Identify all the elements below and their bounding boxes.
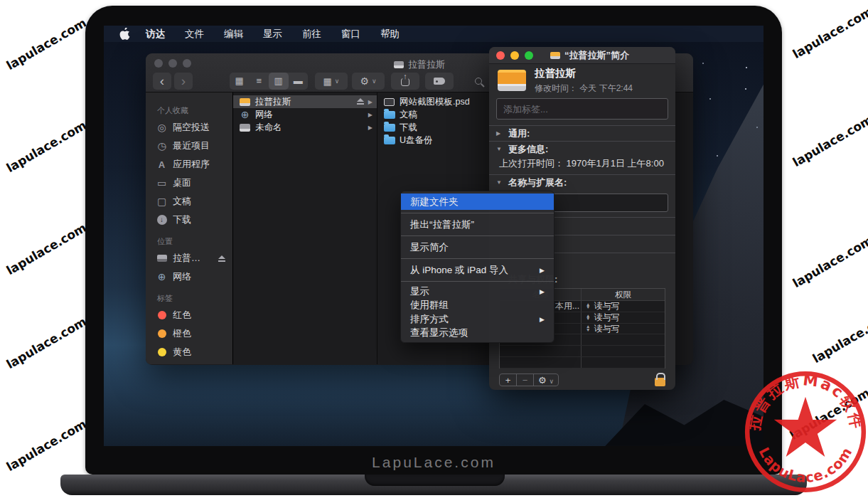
sidebar-item[interactable]: ◎隔空投送 [146,118,232,137]
sidebar-item-label: 最近项目 [173,139,210,152]
sidebar-item[interactable]: ⊕网络 [146,267,232,286]
stamp-logo: 拉普拉斯Mac软件 LapuLace.com [739,366,868,498]
add-tags-input[interactable] [502,103,663,115]
menu-item-label: 显示简介 [410,241,545,254]
section-name-extension[interactable]: ▼ 名称与扩展名: [489,175,675,190]
sidebar-item[interactable]: A应用程序 [146,155,232,174]
context-menu-item[interactable]: 显示简介 [401,239,554,255]
actions-button[interactable]: ⚙∨ [352,73,385,90]
menubar-items: 访达文件编辑显示前往窗口帮助 [136,26,409,42]
eject-icon[interactable] [218,253,225,264]
disclosure-right-icon[interactable]: ▶ [496,130,503,137]
file-name: 拉普拉斯 [535,67,633,80]
context-menu-item[interactable]: 推出“拉普拉斯” [401,216,554,233]
tag-field [496,98,668,120]
disk-icon-large [498,70,526,91]
sidebar-item[interactable]: 橙色 [146,324,232,343]
menubar-item-3[interactable]: 编辑 [214,26,253,42]
context-menu-item[interactable]: 排序方式▶ [401,312,554,327]
zoom-button[interactable] [183,59,191,68]
sidebar-item[interactable]: 黄色 [146,343,232,361]
sidebar-item[interactable]: ▢文稿 [146,192,232,211]
chevron-down-icon: ∨ [335,78,340,85]
modified-time: 修改时间： 今天 下午2:44 [535,83,633,95]
permission-select[interactable]: ▲▼读与写 [581,312,665,323]
sidebar-item-label: 隔空投送 [173,121,210,134]
bezel-watermark: LapuLace.com [85,454,782,471]
apple-menu-icon[interactable] [119,28,130,40]
search-icon[interactable] [475,78,482,85]
sidebar-item[interactable]: 拉普… [146,249,232,267]
updown-chevrons-icon: ▲▼ [586,314,590,321]
menu-item-label: 推出“拉普拉斯” [410,218,545,231]
file-row[interactable]: 拉普拉斯▶ [233,95,377,108]
view-grid-icon[interactable]: ▦ [230,73,250,90]
file-label: U盘备份 [400,134,433,147]
menubar-item-5[interactable]: 前往 [292,26,331,42]
file-row[interactable]: 未命名▶ [233,121,377,134]
view-list-icon[interactable]: ≡ [250,73,269,90]
menubar-item-6[interactable]: 窗口 [331,26,370,42]
minimize-button[interactable] [510,51,519,60]
sidebar-item-label: 应用程序 [173,158,210,171]
section-more-info[interactable]: ▼ 更多信息: [489,142,675,157]
menubar-item-1[interactable]: 访达 [136,26,175,42]
submenu-arrow-icon: ▶ [540,267,545,274]
eject-icon[interactable] [357,97,364,107]
context-menu-item[interactable]: 新建文件夹 [401,194,554,210]
file-label: 文稿 [400,109,417,121]
watermark-text: lapulace.com [810,309,868,366]
lock-icon[interactable] [655,378,665,386]
minimize-button[interactable] [168,59,177,68]
close-button[interactable] [154,59,163,68]
forward-button[interactable]: › [174,73,193,90]
tag-button[interactable] [425,73,454,90]
menubar-item-4[interactable]: 显示 [253,26,292,42]
desktop-icon: ▭ [156,177,168,189]
chevron-down-icon: ∨ [550,378,554,385]
permission-select[interactable]: ▲▼读与写 [581,301,665,312]
menu-separator [401,258,554,259]
sidebar-item[interactable]: ↓下载 [146,211,232,229]
menubar-item-2[interactable]: 文件 [175,26,214,42]
context-menu-item[interactable]: 从 iPhone 或 iPad 导入▶ [401,262,554,278]
sidebar-item[interactable]: ◷最近项目 [146,137,232,155]
updown-chevrons-icon: ▲▼ [586,325,590,332]
context-menu-item[interactable]: 显示▶ [401,285,554,299]
menubar-item-7[interactable]: 帮助 [370,26,409,42]
remove-user-button[interactable]: − [517,374,534,386]
sidebar-item[interactable]: 绿色 [146,361,232,364]
chevron-down-icon: ∨ [372,78,377,85]
disclosure-down-icon[interactable]: ▼ [496,179,503,186]
recents-icon: ◷ [156,140,168,152]
permission-value: 读与写 [594,312,619,324]
permission-select[interactable]: ▲▼读与写 [581,324,665,334]
folder-icon [383,137,395,144]
share-button[interactable] [391,73,419,90]
zoom-button[interactable] [525,51,533,60]
file-label: 网站截图模板.psd [400,96,470,108]
back-icon: ‹ [160,73,164,89]
section-general[interactable]: ▶ 通用: [489,126,675,141]
menu-item-label: 显示 [410,285,540,298]
watermark-text: lapulace.com [790,112,868,170]
permissions-gear-button[interactable]: ⚙∨ [534,374,558,386]
view-gallery-icon[interactable]: ▬ [289,73,309,90]
sidebar-item[interactable]: 红色 [146,306,232,324]
context-menu-item[interactable]: 查看显示选项 [401,327,554,341]
add-user-button[interactable]: + [500,374,517,386]
context-menu-item[interactable]: 使用群组 [401,299,554,313]
back-button[interactable]: ‹ [153,73,171,90]
group-button[interactable]: ▦∨ [315,73,348,90]
view-columns-icon[interactable]: ▥ [269,73,289,90]
column-1: 拉普拉斯▶⊕网络▶未命名▶ [233,95,377,134]
updown-chevrons-icon: ▲▼ [586,303,590,309]
sidebar-item-label: 红色 [173,309,191,322]
sidebar-item[interactable]: ▭桌面 [146,174,232,192]
network-icon: ⊕ [239,109,251,120]
file-row[interactable]: ⊕网络▶ [233,108,377,121]
disclosure-down-icon[interactable]: ▼ [496,146,503,152]
close-button[interactable] [496,51,505,60]
menu-item-label: 从 iPhone 或 iPad 导入 [410,264,540,277]
view-switcher[interactable]: ▦ ≡ ▥ ▬ [230,73,308,90]
